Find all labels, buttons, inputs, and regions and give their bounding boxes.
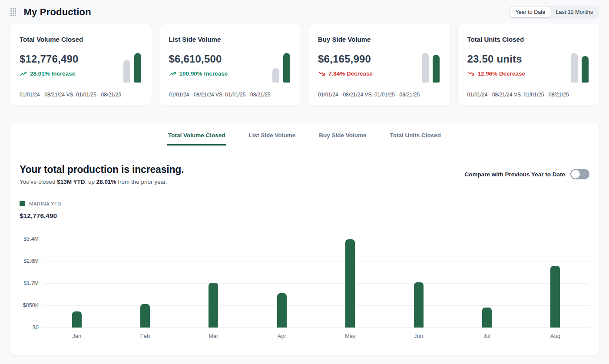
bar-aug[interactable] — [550, 266, 560, 328]
widget-header: My Production Year to DateLast 12 Months — [0, 0, 609, 24]
stat-card-list-side-volume: List Side Volume$6,610,500100.90% Increa… — [159, 24, 301, 106]
tab-list-side-volume[interactable]: List Side Volume — [247, 131, 297, 146]
mini-bar-previous — [571, 53, 578, 83]
insight-headline: Your total production is increasing. — [20, 164, 184, 175]
bar-jan[interactable] — [72, 311, 82, 328]
trend-up-icon — [20, 70, 27, 77]
compare-toggle-label: Compare with Previous Year to Date — [464, 171, 565, 178]
bar-slot-aug: Aug — [521, 239, 589, 328]
stat-card-trend-label: 100.90% Increase — [179, 70, 228, 77]
x-axis-label-apr: Apr — [248, 333, 316, 339]
insight-row: Your total production is increasing. You… — [20, 164, 589, 185]
mini-bar-current — [582, 56, 589, 83]
bar-jun[interactable] — [414, 282, 424, 328]
trend-up-icon — [169, 70, 176, 77]
stat-cards-row: Total Volume Closed$12,776,49028.01% Inc… — [0, 24, 609, 106]
stat-card-trend-label: 12.96% Decrease — [478, 70, 526, 77]
metric-tabs: Total Volume ClosedList Side VolumeBuy S… — [20, 131, 589, 146]
period-option-year-to-date[interactable]: Year to Date — [510, 7, 551, 17]
mini-bar-current — [433, 55, 440, 83]
bar-slot-jun: Jun — [384, 239, 453, 328]
insight-subtext-emphasis: 28.01% — [96, 179, 116, 185]
chart-legend-item[interactable]: MARINA YTD — [20, 201, 61, 206]
period-toggle: Year to DateLast 12 Months — [509, 6, 600, 19]
stat-card-title: Total Volume Closed — [20, 36, 141, 43]
gridline — [43, 328, 589, 328]
production-chart-card: Total Volume ClosedList Side VolumeBuy S… — [10, 122, 599, 355]
bar-mar[interactable] — [209, 283, 218, 328]
tab-total-volume-closed[interactable]: Total Volume Closed — [167, 131, 227, 146]
toggle-knob-icon — [571, 170, 580, 179]
x-axis-label-aug: Aug — [521, 333, 589, 339]
compare-control: Compare with Previous Year to Date — [464, 169, 589, 179]
bar-chart: $3.4M$2.6M$1.7M$850K$0JanFebMarAprMayJun… — [20, 224, 589, 338]
stat-card-date-range: 01/01/24 - 08/21/24 VS. 01/01/25 - 08/21… — [20, 92, 121, 98]
x-axis-label-may: May — [316, 333, 384, 339]
bar-slot-mar: Mar — [179, 239, 248, 328]
legend-label: MARINA YTD — [29, 201, 61, 206]
tab-buy-side-volume[interactable]: Buy Side Volume — [318, 131, 367, 146]
trend-down-icon — [467, 70, 475, 77]
stat-card-total-volume-closed: Total Volume Closed$12,776,49028.01% Inc… — [10, 24, 152, 106]
mini-comparison-chart — [272, 53, 290, 83]
tab-total-units-closed[interactable]: Total Units Closed — [389, 131, 443, 146]
bar-slot-jul: Jul — [453, 239, 521, 328]
mini-bar-previous — [272, 68, 279, 83]
mini-comparison-chart — [123, 53, 141, 83]
x-axis-label-jul: Jul — [453, 333, 521, 339]
insight-text: Your total production is increasing. You… — [20, 164, 184, 185]
bar-apr[interactable] — [277, 293, 287, 328]
bar-jul[interactable] — [482, 308, 492, 328]
bar-slot-jan: Jan — [43, 239, 111, 328]
y-axis-tick-label: $0 — [20, 324, 39, 331]
stat-card-date-range: 01/01/24 - 08/21/24 VS. 01/01/25 - 08/21… — [169, 92, 271, 98]
insight-subtext: You've closed $13M YTD, up 28.01% from t… — [20, 179, 184, 185]
y-axis-tick-label: $850K — [20, 302, 39, 308]
bar-slot-may: May — [316, 239, 384, 328]
stat-card-trend-label: 28.01% Increase — [30, 70, 75, 77]
bars-area: JanFebMarAprMayJunJulAug — [43, 239, 589, 328]
insight-subtext-emphasis: $13M YTD — [57, 179, 85, 185]
stat-card-trend-label: 7.84% Decrease — [328, 70, 373, 77]
stat-card-date-range: 01/01/24 - 08/21/24 VS. 01/01/25 - 08/21… — [467, 92, 569, 98]
x-axis-label-feb: Feb — [111, 333, 179, 339]
y-axis-tick-label: $3.4M — [20, 236, 39, 242]
legend-swatch-icon — [20, 201, 25, 206]
mini-bar-previous — [123, 60, 130, 83]
stat-card-date-range: 01/01/24 - 08/21/24 VS. 01/01/25 - 08/21… — [318, 92, 420, 98]
period-option-last-12-months[interactable]: Last 12 Months — [551, 7, 598, 17]
bar-slot-apr: Apr — [248, 239, 316, 328]
bar-feb[interactable] — [140, 304, 150, 328]
x-axis-label-mar: Mar — [179, 333, 248, 339]
mini-bar-previous — [422, 53, 429, 83]
mini-comparison-chart — [422, 53, 440, 83]
stat-card-title: Total Units Closed — [467, 36, 589, 43]
stat-card-total-units-closed: Total Units Closed23.50 units12.96% Decr… — [457, 24, 600, 106]
y-axis-tick-label: $1.7M — [20, 280, 39, 286]
mini-comparison-chart — [571, 53, 589, 83]
insight-subtext-text: from the prior year. — [116, 179, 167, 185]
x-axis-label-jan: Jan — [43, 333, 111, 339]
mini-bar-current — [134, 53, 141, 83]
drag-handle-icon[interactable] — [10, 7, 17, 17]
stat-card-title: Buy Side Volume — [318, 36, 440, 43]
stat-card-title: List Side Volume — [169, 36, 291, 43]
my-production-widget: My Production Year to DateLast 12 Months… — [0, 0, 609, 364]
compare-toggle-switch[interactable] — [570, 169, 589, 179]
chart-total-value: $12,776,490 — [20, 212, 589, 220]
insight-subtext-text: , up — [85, 179, 96, 185]
page-title: My Production — [24, 7, 91, 18]
mini-bar-current — [283, 53, 290, 83]
stat-card-buy-side-volume: Buy Side Volume$6,165,9907.84% Decrease0… — [308, 24, 450, 106]
y-axis-tick-label: $2.6M — [20, 258, 39, 264]
bar-may[interactable] — [345, 239, 355, 328]
x-axis-label-jun: Jun — [384, 333, 453, 339]
trend-down-icon — [318, 70, 325, 77]
bar-slot-feb: Feb — [111, 239, 179, 328]
insight-subtext-text: You've closed — [20, 179, 57, 185]
